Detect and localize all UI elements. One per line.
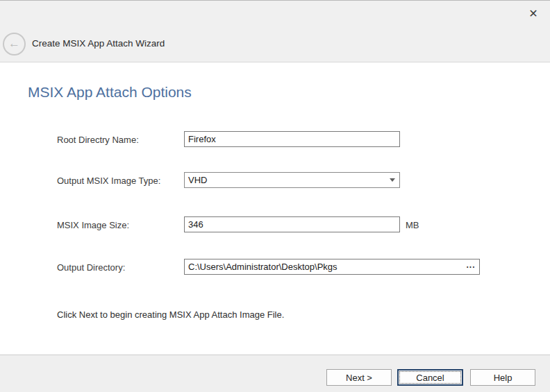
output-image-type-label: Output MSIX Image Type: (57, 176, 160, 186)
close-button[interactable]: ✕ (524, 5, 543, 22)
wizard-footer: Next > Cancel Help (0, 355, 550, 392)
page-title: MSIX App Attach Options (28, 84, 192, 101)
wizard-title: Create MSIX App Attach Wizard (32, 38, 165, 49)
image-size-input[interactable] (184, 216, 400, 232)
back-button[interactable]: ← (3, 33, 26, 56)
output-directory-label: Output Directory: (57, 262, 125, 273)
help-button[interactable]: Help (470, 369, 535, 386)
output-image-type-value: VHD (188, 175, 207, 185)
image-size-label: MSIX Image Size: (57, 220, 129, 230)
ellipsis-icon: ... (466, 261, 475, 269)
wizard-header: ← Create MSIX App Attach Wizard ✕ (0, 1, 550, 62)
chevron-down-icon (390, 178, 395, 182)
instruction-text: Click Next to begin creating MSIX App At… (57, 309, 284, 320)
root-directory-name-label: Root Directry Name: (57, 135, 139, 145)
output-directory-input[interactable] (184, 259, 480, 275)
next-button[interactable]: Next > (326, 369, 392, 386)
wizard-window: ← Create MSIX App Attach Wizard ✕ MSIX A… (0, 0, 550, 392)
browse-button[interactable]: ... (463, 259, 478, 274)
root-directory-name-input[interactable] (184, 131, 400, 147)
wizard-content: MSIX App Attach Options Root Directry Na… (0, 63, 550, 355)
output-image-type-dropdown[interactable]: VHD (184, 172, 400, 188)
back-arrow-icon: ← (8, 37, 20, 49)
close-icon: ✕ (528, 7, 538, 20)
image-size-unit-label: MB (406, 220, 419, 230)
cancel-button[interactable]: Cancel (397, 369, 463, 386)
